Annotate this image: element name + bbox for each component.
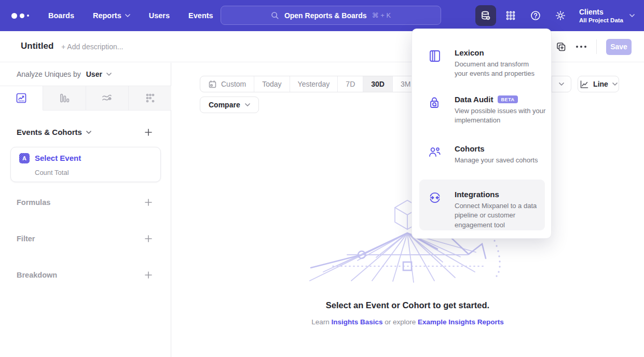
plus-icon — [144, 271, 153, 279]
chart-type-dropdown[interactable]: Line — [578, 76, 619, 92]
date-range-label: 7D — [346, 80, 355, 88]
subtext-middle: or explore — [382, 318, 418, 326]
date-range-yesterday[interactable]: Yesterday — [290, 76, 338, 92]
project-scope: All Project Data — [579, 17, 623, 23]
menu-item-text: Cohorts Manage your saved cohorts — [455, 144, 547, 165]
empty-state-subtext: Learn Insights Basics or explore Example… — [171, 318, 644, 326]
select-event-card[interactable]: A Select Event Count Total — [10, 147, 161, 182]
project-switcher[interactable]: Clients All Project Data — [579, 8, 635, 23]
database-gear-icon — [480, 10, 491, 21]
events-cohorts-header[interactable]: Events & Cohorts — [17, 128, 91, 136]
dots-grid-tab-icon — [144, 92, 156, 104]
filter-label: Filter — [17, 235, 35, 243]
line-chart-tab-icon — [15, 92, 28, 104]
nav-item-users[interactable]: Users — [143, 7, 175, 24]
tab-flow-chart[interactable] — [86, 86, 129, 111]
apps-grid-button[interactable] — [500, 5, 521, 26]
duplicate-button[interactable] — [556, 42, 566, 52]
chevron-down-icon — [245, 103, 250, 106]
events-cohorts-section: Events & Cohorts — [17, 128, 153, 136]
menu-item-text: Lexicon Document and transform your even… — [455, 48, 547, 79]
date-range-label: 30D — [371, 80, 385, 88]
tab-metrics-grid[interactable] — [129, 86, 171, 111]
event-series-badge: A — [19, 153, 30, 163]
lexicon-book-icon — [428, 49, 442, 63]
more-options-button[interactable] — [576, 45, 587, 48]
plus-icon — [144, 198, 153, 207]
chart-type-label: Line — [593, 80, 608, 88]
compare-label: Compare — [209, 101, 240, 109]
menu-item-description: Manage your saved cohorts — [455, 156, 547, 165]
data-management-button[interactable] — [475, 5, 496, 26]
count-total-dropdown[interactable]: Count Total — [35, 169, 69, 176]
navbar-right-controls: Clients All Project Data — [475, 0, 635, 31]
date-range-30d[interactable]: 30D — [363, 76, 393, 92]
add-formula-button[interactable] — [144, 198, 153, 207]
chevron-down-icon — [86, 131, 91, 134]
insights-basics-link[interactable]: Insights Basics — [331, 318, 382, 326]
line-chart-icon — [579, 79, 589, 89]
chart-area: Custom Today Yesterday 7D 30D 3M 6M — [171, 63, 644, 357]
add-filter-button[interactable] — [144, 235, 153, 243]
global-search-input[interactable]: Open Reports & Boards ⌘ + K — [221, 6, 441, 25]
report-title[interactable]: Untitled — [21, 41, 53, 51]
search-icon — [271, 11, 279, 20]
flow-tab-icon — [101, 92, 113, 104]
analyze-value-dropdown[interactable]: User — [86, 70, 102, 78]
date-range-label: Yesterday — [298, 80, 330, 88]
example-reports-link[interactable]: Example Insights Reports — [418, 318, 504, 326]
nav-item-label: Users — [149, 11, 170, 20]
subtext-prefix: Learn — [311, 318, 331, 326]
breakdown-section: Breakdown — [17, 271, 153, 279]
chevron-down-icon — [629, 14, 635, 17]
date-range-today[interactable]: Today — [254, 76, 290, 92]
help-icon — [530, 10, 541, 21]
nav-item-boards[interactable]: Boards — [43, 7, 80, 24]
menu-item-title: Cohorts — [455, 144, 485, 153]
search-placeholder: Open Reports & Boards — [284, 11, 367, 20]
bar-chart-tab-icon — [58, 92, 71, 104]
add-breakdown-button[interactable] — [144, 271, 153, 279]
date-range-label: 3M — [401, 80, 410, 88]
tab-insights-line[interactable] — [0, 86, 43, 111]
date-range-label: Custom — [221, 80, 246, 88]
chevron-down-icon — [559, 83, 564, 86]
ellipsis-icon — [576, 45, 587, 48]
date-range-more-dropdown[interactable] — [552, 76, 571, 92]
plus-icon — [144, 128, 153, 136]
nav-item-events[interactable]: Events — [183, 7, 219, 24]
mixpanel-logo-icon[interactable] — [11, 13, 30, 19]
top-navbar: Boards Reports Users Events Open Reports… — [0, 0, 644, 31]
analyze-uniques-control: Analyze Uniques by User — [17, 70, 112, 78]
visualization-tabs — [0, 86, 171, 111]
menu-item-description: View possible issues with your implement… — [455, 106, 547, 126]
add-description-field[interactable]: + Add description... — [61, 43, 123, 51]
duplicate-icon — [556, 42, 566, 52]
chevron-down-icon — [106, 73, 112, 76]
tab-bar-chart[interactable] — [43, 86, 86, 111]
formulas-label: Formulas — [17, 198, 50, 207]
nav-item-label: Boards — [48, 11, 74, 20]
menu-item-description: Document and transform your events and p… — [455, 60, 547, 79]
select-event-label: Select Event — [35, 154, 81, 162]
settings-button[interactable] — [550, 5, 571, 26]
menu-item-title: Lexicon — [455, 48, 484, 57]
menu-item-integrations[interactable]: Integrations Connect Mixpanel to a data … — [419, 180, 545, 230]
nav-item-reports[interactable]: Reports — [87, 7, 136, 24]
date-range-custom[interactable]: Custom — [200, 76, 254, 92]
filter-section: Filter — [17, 235, 153, 243]
menu-item-text: Data Audit BETA View possible issues wit… — [455, 95, 547, 126]
save-button[interactable]: Save — [606, 39, 632, 55]
grid-dots-icon — [505, 10, 516, 21]
compare-button[interactable]: Compare — [200, 97, 259, 113]
empty-state-heading: Select an Event or Cohort to get started… — [171, 300, 644, 310]
date-range-7d[interactable]: 7D — [338, 76, 363, 92]
data-management-dropdown: Lexicon Document and transform your even… — [412, 29, 552, 239]
formulas-section: Formulas — [17, 198, 153, 207]
gear-icon — [555, 10, 566, 21]
add-event-button[interactable] — [144, 128, 153, 136]
plus-icon — [144, 235, 153, 243]
query-sidebar: Analyze Uniques by User — [0, 63, 171, 357]
beta-badge: BETA — [498, 95, 517, 103]
help-button[interactable] — [525, 5, 546, 26]
